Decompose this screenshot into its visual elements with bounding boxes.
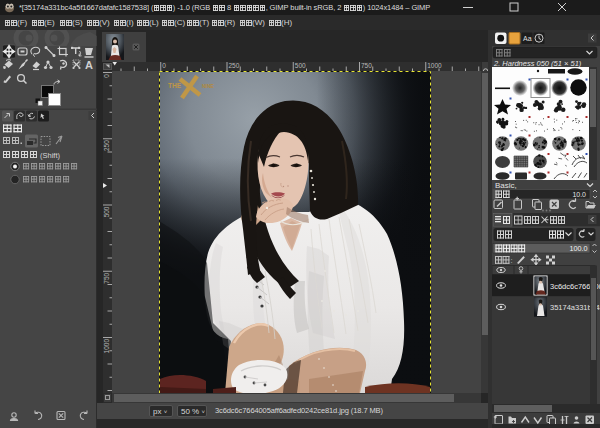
svg-text:500: 500 <box>295 62 306 69</box>
svg-text:1000: 1000 <box>103 339 110 354</box>
svg-text:0: 0 <box>162 62 166 69</box>
svg-text:Aa: Aa <box>523 35 532 42</box>
svg-text:10.0: 10.0 <box>572 191 586 198</box>
svg-text:250: 250 <box>103 140 110 151</box>
svg-text::: : <box>511 256 513 265</box>
svg-text:(Shift): (Shift) <box>40 151 61 160</box>
svg-text:2. Hardness 050 (51 × 51): 2. Hardness 050 (51 × 51) <box>493 59 582 68</box>
svg-text:100.0: 100.0 <box>570 244 588 253</box>
svg-text:NINE: NINE <box>202 83 215 89</box>
svg-text:Basic,: Basic, <box>495 181 517 190</box>
svg-text:750: 750 <box>361 62 372 69</box>
svg-text:750: 750 <box>103 272 110 283</box>
svg-text:A: A <box>85 59 93 71</box>
svg-text:250: 250 <box>229 62 240 69</box>
svg-text:THE: THE <box>168 82 182 89</box>
svg-text:500: 500 <box>103 206 110 217</box>
svg-text:0: 0 <box>103 74 110 78</box>
svg-text:1000: 1000 <box>427 62 442 69</box>
